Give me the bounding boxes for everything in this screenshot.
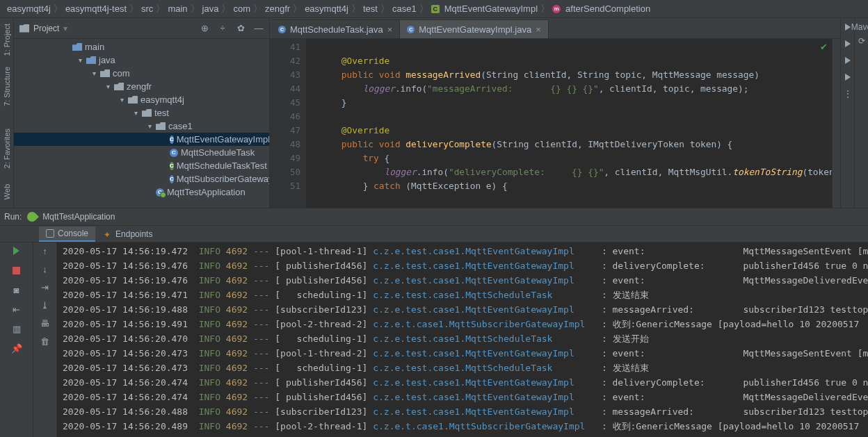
- refresh-icon[interactable]: ⟳: [857, 36, 867, 46]
- editor-tab[interactable]: CMqttScheduleTask.java×: [271, 19, 400, 38]
- folder-icon: [156, 122, 166, 130]
- bc-item[interactable]: src: [141, 3, 153, 14]
- exit-icon[interactable]: ⇤: [11, 304, 22, 315]
- run-toolbar-left: ◙ ⇤ ▥ 📌: [0, 242, 33, 437]
- console-icon: [46, 229, 54, 238]
- tree-label[interactable]: java: [99, 55, 115, 65]
- tree-file[interactable]: MqttSubscriberGatewayIm: [177, 174, 269, 184]
- project-header: Project ▾ ⊕ ÷ ✿ —: [14, 18, 269, 39]
- tree-file[interactable]: MqttScheduleTask: [181, 147, 255, 158]
- tree-label[interactable]: main: [85, 42, 104, 52]
- folder-icon: [128, 96, 138, 104]
- editor-area: CMqttScheduleTask.java× CMqttEventGatewa…: [270, 18, 840, 208]
- console-output[interactable]: 2020-05-17 14:56:19.472 INFO 4692 --- [p…: [57, 242, 868, 437]
- tree-label[interactable]: case1: [168, 121, 193, 131]
- bc-item[interactable]: case1: [392, 3, 417, 14]
- tree-label[interactable]: com: [113, 68, 130, 79]
- stop-icon[interactable]: [11, 265, 22, 276]
- bc-item[interactable]: java: [202, 3, 219, 14]
- tree-label[interactable]: zengfr: [127, 81, 152, 92]
- project-panel: Project ▾ ⊕ ÷ ✿ — main java com zengfr e…: [14, 18, 270, 208]
- tree-file[interactable]: MqttEventGatewayImpl: [177, 134, 269, 145]
- tab-label: MqttEventGatewayImpl.java: [419, 24, 531, 35]
- tree-label[interactable]: easymqtt4j: [140, 94, 184, 105]
- locate-icon[interactable]: ⊕: [200, 24, 209, 33]
- close-icon[interactable]: ×: [387, 24, 393, 35]
- bc-item[interactable]: easymqtt4j: [7, 3, 51, 14]
- class-icon: C: [278, 26, 286, 33]
- tree-label[interactable]: test: [154, 108, 169, 118]
- more-gutter-icon[interactable]: ⋮: [843, 89, 853, 99]
- tab-endpoints[interactable]: ✦Endpoints: [97, 227, 159, 241]
- spring-class-icon: C: [156, 188, 164, 197]
- tab-web[interactable]: Web: [1, 179, 13, 205]
- hide-icon[interactable]: —: [254, 24, 264, 33]
- class-icon: C: [407, 26, 415, 33]
- spring-icon: [25, 210, 39, 224]
- tab-project[interactable]: 1: Project: [1, 18, 13, 61]
- folder-icon: [86, 56, 96, 64]
- inspection-ok-icon[interactable]: ✔: [820, 42, 828, 52]
- project-tree[interactable]: main java com zengfr easymqtt4j test cas…: [14, 39, 269, 208]
- rerun-icon[interactable]: [11, 245, 22, 256]
- code-editor[interactable]: @Override public void messageArrived(Str…: [306, 39, 832, 208]
- class-icon: C: [170, 175, 174, 183]
- tab-console[interactable]: Console: [39, 226, 95, 242]
- close-icon[interactable]: ×: [536, 24, 541, 35]
- trash-icon[interactable]: 🗑: [40, 336, 51, 347]
- collapse-icon[interactable]: ÷: [218, 24, 227, 33]
- tab-label: MqttScheduleTask.java: [290, 24, 383, 35]
- right-toolstrip: Mave ⟳: [854, 18, 868, 208]
- run-toolbar-mid: ↑ ↓ ⇥ ⤓ 🖶 🗑: [33, 242, 57, 437]
- run-toolwindow: Run: MqttTestApplication Console ✦Endpoi…: [0, 208, 868, 437]
- wrap-icon[interactable]: ⇥: [40, 281, 51, 292]
- editor-tabs: CMqttScheduleTask.java× CMqttEventGatewa…: [270, 18, 840, 39]
- layout-icon[interactable]: ▥: [11, 323, 22, 334]
- tab-structure[interactable]: 7: Structure: [1, 61, 13, 112]
- down-icon[interactable]: ↓: [40, 263, 51, 274]
- run-config[interactable]: MqttTestApplication: [42, 212, 115, 222]
- class-icon: C: [170, 149, 178, 157]
- class-icon: C: [431, 5, 440, 13]
- folder-icon: [142, 109, 152, 117]
- bc-item[interactable]: zengfr: [265, 3, 290, 14]
- tree-file[interactable]: MqttScheduleTaskTest: [177, 160, 267, 171]
- tree-file[interactable]: MqttTestApplication: [167, 187, 246, 197]
- scroll-icon[interactable]: ⤓: [40, 299, 51, 311]
- editor-tab[interactable]: CMqttEventGatewayImpl.java×: [400, 19, 548, 38]
- project-title[interactable]: Project: [33, 24, 59, 33]
- folder-icon: [72, 43, 82, 51]
- bc-item[interactable]: test: [363, 3, 378, 14]
- class-icon: C: [170, 135, 174, 144]
- bc-item[interactable]: MqttEventGatewayImpl: [444, 3, 538, 14]
- pin-icon[interactable]: 📌: [11, 343, 22, 354]
- method-icon: m: [552, 5, 561, 13]
- bc-item[interactable]: main: [168, 3, 187, 14]
- bc-item[interactable]: com: [233, 3, 250, 14]
- breadcrumb: easymqtt4j〉 easymqtt4j-test〉 src〉 main〉 …: [0, 0, 868, 18]
- editor-right-gutter: ⋮: [840, 18, 854, 208]
- line-gutter[interactable]: 41 42 43 44 45 46 47 48 49 50 51: [270, 39, 306, 208]
- tab-maven[interactable]: Mave: [850, 18, 868, 36]
- bc-item[interactable]: easymqtt4j-test: [65, 3, 127, 14]
- settings-icon[interactable]: ✿: [236, 24, 246, 33]
- up-icon[interactable]: ↑: [40, 245, 51, 256]
- run-gutter-icon[interactable]: [843, 56, 853, 65]
- camera-icon[interactable]: ◙: [11, 284, 22, 295]
- run-gutter-icon[interactable]: [843, 72, 853, 82]
- tab-favorites[interactable]: 2: Favorites: [1, 123, 13, 174]
- run-gutter-icon[interactable]: [843, 39, 853, 49]
- folder-icon: [100, 69, 110, 77]
- print-icon[interactable]: 🖶: [40, 318, 51, 329]
- run-tabs: Console ✦Endpoints: [0, 226, 868, 242]
- runnable-class-icon: C: [170, 162, 174, 170]
- bc-item[interactable]: afterSendCompletion: [565, 3, 650, 14]
- folder-icon: [114, 83, 124, 90]
- left-toolstrip: 1: Project 7: Structure 2: Favorites Web: [0, 18, 14, 208]
- run-label: Run:: [4, 212, 22, 222]
- endpoints-icon: ✦: [104, 230, 112, 238]
- bc-item[interactable]: easymqtt4j: [305, 3, 348, 14]
- editor-scrollbar[interactable]: [832, 39, 840, 208]
- project-icon: [19, 24, 29, 33]
